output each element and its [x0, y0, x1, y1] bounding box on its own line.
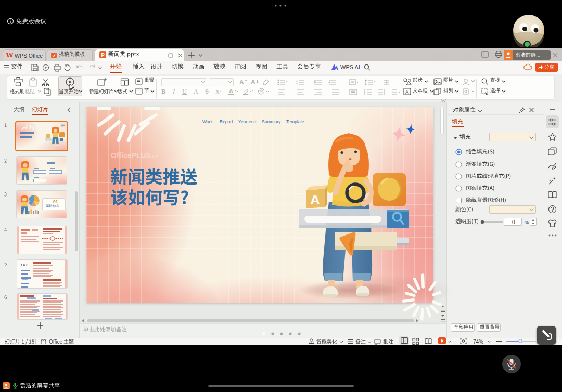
- svg-text:I: I: [172, 88, 175, 95]
- svg-text:2: 2: [296, 83, 298, 85]
- svg-text:P: P: [101, 53, 105, 58]
- svg-text:U: U: [182, 88, 187, 95]
- svg-text:A: A: [194, 88, 198, 95]
- svg-text:A: A: [310, 192, 320, 207]
- svg-text:A: A: [239, 79, 244, 86]
- svg-text:1: 1: [296, 79, 298, 82]
- svg-text:X²: X²: [215, 88, 222, 95]
- svg-text:A: A: [405, 89, 409, 95]
- svg-text:A: A: [229, 88, 233, 94]
- svg-text:B: B: [161, 88, 165, 95]
- svg-text:A: A: [251, 79, 256, 86]
